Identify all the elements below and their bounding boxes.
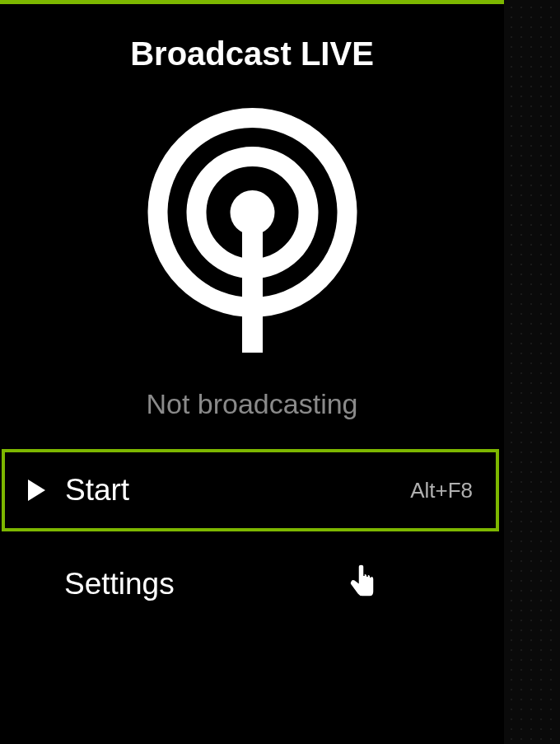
right-texture-strip	[504, 0, 560, 744]
play-icon	[28, 480, 65, 501]
broadcast-status: Not broadcasting	[0, 365, 504, 449]
settings-label: Settings	[64, 567, 481, 601]
broadcast-icon-container	[0, 89, 504, 365]
start-shortcut: Alt+F8	[410, 478, 473, 503]
settings-button[interactable]: Settings	[0, 543, 504, 625]
broadcast-icon	[147, 105, 357, 357]
start-label: Start	[65, 473, 410, 508]
start-button[interactable]: Start Alt+F8	[2, 449, 499, 531]
broadcast-panel: Broadcast LIVE Not broadcasting Start Al…	[0, 0, 504, 744]
svg-rect-3	[242, 225, 263, 353]
panel-title: Broadcast LIVE	[0, 4, 504, 89]
